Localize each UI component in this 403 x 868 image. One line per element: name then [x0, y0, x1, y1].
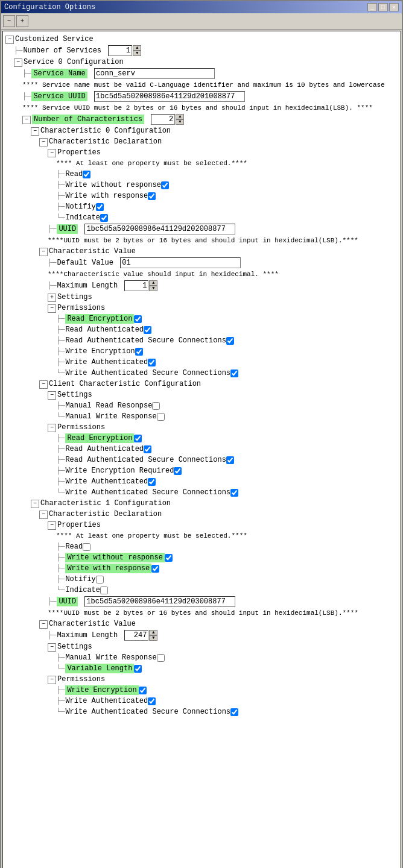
service0-expand[interactable]: − — [14, 58, 22, 67]
char0-read-auth-label: Read Authenticated — [65, 326, 144, 334]
char1-variable-length-checkbox[interactable] — [134, 665, 142, 673]
ccc-read-auth-checkbox[interactable] — [144, 445, 151, 453]
ccc-permissions-expand[interactable]: − — [48, 424, 56, 432]
char1-permissions-expand[interactable]: − — [48, 676, 56, 684]
close-button[interactable]: ✕ — [389, 3, 399, 11]
char1-settings-expand[interactable]: − — [48, 643, 56, 652]
num-chars-expand[interactable]: − — [22, 116, 31, 124]
char0-write-auth-sec-connector: └─ — [56, 369, 65, 377]
num-services-down[interactable]: ▼ — [133, 51, 141, 56]
char0-read-enc-label: Read Encryption — [65, 314, 134, 324]
service-name-note: **** Service name must be valid C-Langua… — [22, 81, 385, 89]
service-name-input[interactable]: conn_serv — [94, 68, 215, 79]
char1-write-auth-sec-checkbox[interactable] — [230, 708, 238, 716]
char0-properties-node: − Properties — [48, 147, 398, 158]
tree-content[interactable]: − Customized Service ├─ Number of Servic… — [2, 31, 401, 868]
ccc-write-auth-checkbox[interactable] — [148, 478, 156, 486]
char1-max-length-down[interactable]: ▼ — [149, 635, 157, 641]
char0-notifiy-node: ├─ Notifiy — [56, 201, 398, 212]
client-char-config-expand[interactable]: − — [39, 380, 48, 389]
collapse-button[interactable]: − — [3, 15, 15, 27]
customized-service-expand[interactable]: − — [5, 36, 14, 44]
char0-write-enc-checkbox[interactable] — [135, 348, 143, 356]
ccc-settings-label: Settings — [57, 391, 92, 399]
char1-properties-expand[interactable]: − — [48, 521, 56, 530]
num-chars-down[interactable]: ▼ — [176, 119, 184, 125]
char1-uuid-input[interactable]: 1bc5d5a502008986e41129d203008877 — [84, 596, 235, 607]
window-title: Configuration Options — [4, 3, 95, 11]
default-value-input[interactable]: 01 — [120, 257, 241, 268]
char0-properties-expand[interactable]: − — [48, 149, 56, 157]
char1-indicate-label: Indicate — [65, 586, 100, 594]
char0-decl-expand[interactable]: − — [39, 138, 48, 146]
char1-notifiy-checkbox[interactable] — [96, 576, 104, 583]
char0-notifiy-checkbox[interactable] — [96, 203, 104, 211]
ccc-read-enc-node: ├─ Read Encryption — [56, 433, 398, 444]
char1-write-with-resp-checkbox[interactable] — [151, 565, 159, 573]
manual-write-connector: └─ — [56, 412, 65, 421]
char0-expand[interactable]: − — [31, 127, 39, 136]
char0-read-auth-sec-checkbox[interactable] — [226, 337, 234, 345]
char0-max-length-down[interactable]: ▼ — [149, 286, 157, 291]
expand-button[interactable]: + — [16, 15, 28, 27]
char1-write-auth-checkbox[interactable] — [148, 697, 156, 705]
char0-uuid-input[interactable]: 1bc5d5a502008986e41129d202008877 — [84, 224, 235, 234]
char0-read-auth-checkbox[interactable] — [144, 326, 151, 334]
char0-read-checkbox[interactable] — [83, 171, 90, 178]
char1-max-length-up[interactable]: ▲ — [149, 630, 157, 635]
char0-write-auth-node: ├─ Write Authenticated — [56, 357, 398, 368]
char1-read-checkbox[interactable] — [83, 543, 90, 551]
maximize-button[interactable]: □ — [378, 3, 388, 11]
char0-write-auth-sec-label: Write Authenticated Secure Connections — [65, 369, 230, 377]
minimize-button[interactable]: _ — [367, 3, 377, 11]
char1-read-connector: ├─ — [56, 542, 65, 551]
char0-settings-expand[interactable]: + — [48, 294, 56, 302]
char1-expand[interactable]: − — [31, 500, 39, 508]
manual-write-node: └─ Manual Write Response — [56, 411, 398, 422]
char0-permissions-expand[interactable]: − — [48, 304, 56, 313]
char0-write-enc-connector: ├─ — [56, 347, 65, 356]
service-uuid-connector: ├─ — [22, 92, 31, 101]
char0-write-no-resp-checkbox[interactable] — [161, 181, 169, 189]
char0-max-length-input[interactable]: 1 — [124, 280, 148, 291]
ccc-read-auth-sec-checkbox[interactable] — [226, 456, 234, 464]
ccc-write-auth-sec-connector: └─ — [56, 488, 65, 497]
char1-write-auth-connector: ├─ — [56, 697, 65, 705]
ccc-permissions-node: − Permissions — [48, 422, 398, 433]
num-services-input[interactable]: 1 — [108, 45, 132, 56]
char1-uuid-note-node: ****UUID must be 2 bytes or 16 bytes and… — [48, 608, 398, 618]
service-uuid-input[interactable]: 1bc5d5a502008986e41129d201008877 — [94, 91, 245, 102]
char1-write-enc-checkbox[interactable] — [139, 687, 147, 694]
char0-write-auth-sec-checkbox[interactable] — [230, 370, 238, 377]
char0-read-enc-checkbox[interactable] — [134, 315, 142, 323]
char1-properties-note: **** At least one property must be selec… — [56, 532, 247, 539]
char1-decl-expand[interactable]: − — [39, 511, 48, 519]
char0-write-auth-checkbox[interactable] — [148, 359, 156, 366]
char0-write-no-resp-node: ├─ Write without response — [56, 180, 398, 190]
ccc-read-auth-sec-node: ├─ Read Authenticated Secure Connections — [56, 454, 398, 465]
char1-indicate-checkbox[interactable] — [100, 587, 108, 594]
ccc-read-enc-checkbox[interactable] — [134, 435, 142, 442]
char1-manual-write-checkbox[interactable] — [157, 654, 165, 662]
ccc-settings-expand[interactable]: − — [48, 391, 56, 400]
manual-read-checkbox[interactable] — [152, 402, 160, 410]
num-chars-up[interactable]: ▲ — [176, 114, 184, 119]
char0-read-auth-sec-node: ├─ Read Authenticated Secure Connections — [56, 335, 398, 346]
manual-read-label: Manual Read Resonpse — [65, 401, 152, 410]
char1-properties-node: − Properties — [48, 520, 398, 530]
char0-max-length-up[interactable]: ▲ — [149, 280, 157, 286]
ccc-write-enc-req-checkbox[interactable] — [174, 467, 182, 475]
char0-write-auth-label: Write Authenticated — [65, 358, 148, 366]
char0-value-expand[interactable]: − — [39, 248, 48, 256]
char1-write-no-resp-checkbox[interactable] — [165, 554, 173, 562]
char0-indicate-checkbox[interactable] — [100, 214, 108, 222]
char1-value-expand[interactable]: − — [39, 620, 48, 629]
char0-write-with-resp-checkbox[interactable] — [148, 192, 156, 200]
char1-max-length-input[interactable]: 247 — [124, 630, 148, 641]
char1-decl-node: − Characteristic Declaration — [39, 509, 398, 520]
num-services-up[interactable]: ▲ — [133, 45, 141, 51]
char1-read-node: ├─ Read — [56, 541, 398, 552]
manual-write-checkbox[interactable] — [157, 413, 165, 421]
num-chars-input[interactable]: 2 — [151, 114, 175, 125]
ccc-write-auth-sec-checkbox[interactable] — [230, 489, 238, 497]
